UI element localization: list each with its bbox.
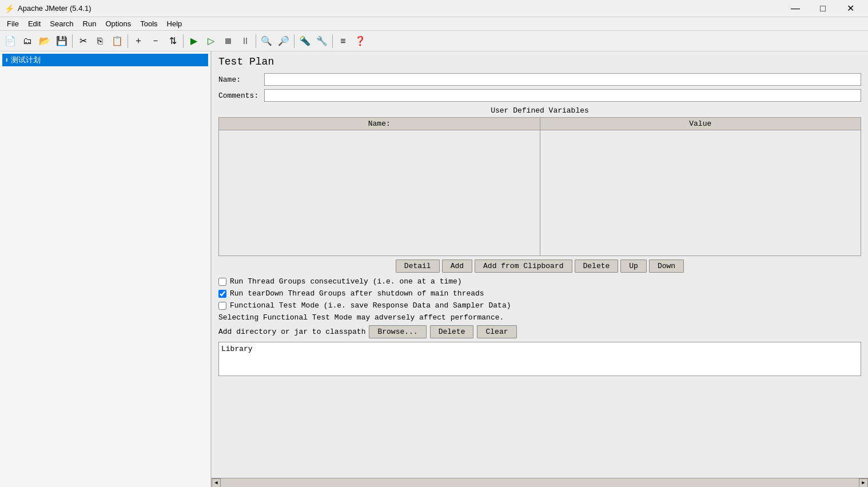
functional-test-label: Functional Test Mode (i.e. save Response… [230, 301, 511, 310]
run-thread-groups-row: Run Thread Groups consecutively (i.e. on… [218, 277, 861, 286]
search-toolbar-button[interactable]: 🔦 [297, 33, 313, 49]
title-bar: ⚡ Apache JMeter (5.4.1) — □ ✕ [0, 0, 868, 17]
udv-section: User Defined Variables Name: Value [218, 106, 861, 256]
run-teardown-label: Run tearDown Thread Groups after shutdow… [230, 289, 484, 298]
menu-run[interactable]: Run [78, 17, 101, 30]
separator-2 [128, 34, 128, 48]
scroll-right-arrow[interactable]: ▶ [859, 478, 868, 488]
save-button[interactable]: 💾 [54, 33, 70, 49]
tree-item-test-plan[interactable]: ⬇ 测试计划 [2, 54, 208, 66]
delete-button[interactable]: Delete [575, 260, 619, 273]
open-button[interactable]: 📂 [37, 33, 53, 49]
panel-title: Test Plan [218, 56, 861, 67]
name-label: Name: [218, 75, 264, 84]
menu-search[interactable]: Search [45, 17, 78, 30]
function-helper-button[interactable]: ≡ [335, 33, 351, 49]
clear-classpath-button[interactable]: Clear [477, 325, 516, 338]
functional-note-row: Selecting Functional Test Mode may adver… [218, 313, 861, 322]
collapse-button[interactable]: － [148, 33, 164, 49]
col-value-header: Value [540, 118, 861, 130]
content-area: Test Plan Name: Comments: User Defined V… [212, 51, 868, 478]
functional-test-row: Functional Test Mode (i.e. save Response… [218, 301, 861, 310]
title-bar-left: ⚡ Apache JMeter (5.4.1) [5, 4, 91, 13]
udv-buttons-row: Detail Add Add from Clipboard Delete Up … [218, 260, 861, 273]
run-thread-groups-label: Run Thread Groups consecutively (i.e. on… [230, 277, 462, 286]
separator-4 [256, 34, 256, 48]
classpath-delete-button[interactable]: Delete [430, 325, 474, 338]
template-button[interactable]: 🗂 [19, 33, 35, 49]
stop-button[interactable]: ⏹ [220, 33, 236, 49]
tree-item-label: 测试计划 [11, 55, 41, 65]
start-no-pauses-button[interactable]: ▷ [203, 33, 219, 49]
udv-empty-cell-value [540, 130, 861, 256]
add-from-clipboard-button[interactable]: Add from Clipboard [475, 260, 572, 273]
comments-label: Comments: [218, 91, 264, 100]
menu-tools[interactable]: Tools [136, 17, 162, 30]
col-name-header: Name: [219, 118, 540, 130]
udv-empty-cell-name [219, 130, 540, 256]
toggle-button[interactable]: ⇅ [165, 33, 181, 49]
minimize-button[interactable]: — [782, 0, 809, 17]
toolbar: 📄 🗂 📂 💾 ✂ ⎘ 📋 ＋ － ⇅ ▶ ▷ ⏹ ⏸ 🔍 🔎 🔦 🔧 ≡ ❓ [0, 31, 868, 51]
name-input[interactable] [264, 73, 861, 86]
separator-5 [294, 34, 294, 48]
classpath-row: Add directory or jar to classpath Browse… [218, 325, 861, 338]
scroll-track[interactable] [221, 478, 859, 487]
library-table: Library [218, 342, 861, 376]
functional-test-checkbox[interactable] [218, 302, 226, 310]
menu-edit[interactable]: Edit [23, 17, 45, 30]
udv-table-body [219, 130, 861, 256]
shutdown-button[interactable]: ⏸ [237, 33, 253, 49]
scroll-left-arrow[interactable]: ◀ [212, 478, 221, 488]
title-bar-controls: — □ ✕ [782, 0, 863, 17]
paste-button[interactable]: 📋 [109, 33, 125, 49]
down-button[interactable]: Down [649, 260, 684, 273]
run-teardown-row: Run tearDown Thread Groups after shutdow… [218, 289, 861, 298]
bottom-scrollbar[interactable]: ◀ ▶ [212, 478, 868, 487]
separator-6 [332, 34, 333, 48]
udv-table: Name: Value [218, 117, 861, 256]
separator-1 [72, 34, 73, 48]
functional-note: Selecting Functional Test Mode may adver… [218, 313, 504, 322]
classpath-label: Add directory or jar to classpath [218, 328, 365, 336]
maximize-button[interactable]: □ [810, 0, 836, 17]
new-button[interactable]: 📄 [2, 33, 18, 49]
menu-file[interactable]: File [2, 17, 23, 30]
clear-button[interactable]: 🔍 [258, 33, 274, 49]
copy-button[interactable]: ⎘ [92, 33, 108, 49]
cut-button[interactable]: ✂ [75, 33, 91, 49]
run-thread-groups-checkbox[interactable] [218, 278, 226, 286]
help-button[interactable]: ❓ [352, 33, 368, 49]
menu-options[interactable]: Options [101, 17, 136, 30]
udv-empty-row [219, 130, 861, 256]
options-section: Run Thread Groups consecutively (i.e. on… [218, 277, 861, 322]
separator-3 [183, 34, 184, 48]
library-header: Library [221, 345, 253, 353]
app-icon: ⚡ [5, 4, 14, 13]
main-layout: ⬇ 测试计划 Test Plan Name: Comments: User De… [0, 51, 868, 487]
start-button[interactable]: ▶ [186, 33, 202, 49]
menu-bar: File Edit Search Run Options Tools Help [0, 17, 868, 31]
expand-button[interactable]: ＋ [130, 33, 146, 49]
comments-input[interactable] [264, 89, 861, 102]
detail-button[interactable]: Detail [396, 260, 440, 273]
run-teardown-checkbox[interactable] [218, 290, 226, 298]
udv-title: User Defined Variables [218, 106, 861, 115]
reset-button[interactable]: 🔧 [314, 33, 330, 49]
app-title: Apache JMeter (5.4.1) [18, 4, 91, 13]
clear-all-button[interactable]: 🔎 [276, 33, 292, 49]
comments-row: Comments: [218, 89, 861, 102]
menu-help[interactable]: Help [162, 17, 187, 30]
add-button[interactable]: Add [442, 260, 472, 273]
up-button[interactable]: Up [620, 260, 647, 273]
right-panel: Test Plan Name: Comments: User Defined V… [212, 51, 868, 487]
tree-arrow-icon: ⬇ [5, 56, 9, 65]
udv-table-header: Name: Value [219, 118, 861, 130]
close-button[interactable]: ✕ [837, 0, 863, 17]
left-panel: ⬇ 测试计划 [0, 51, 212, 487]
browse-button[interactable]: Browse... [369, 325, 426, 338]
name-row: Name: [218, 73, 861, 86]
